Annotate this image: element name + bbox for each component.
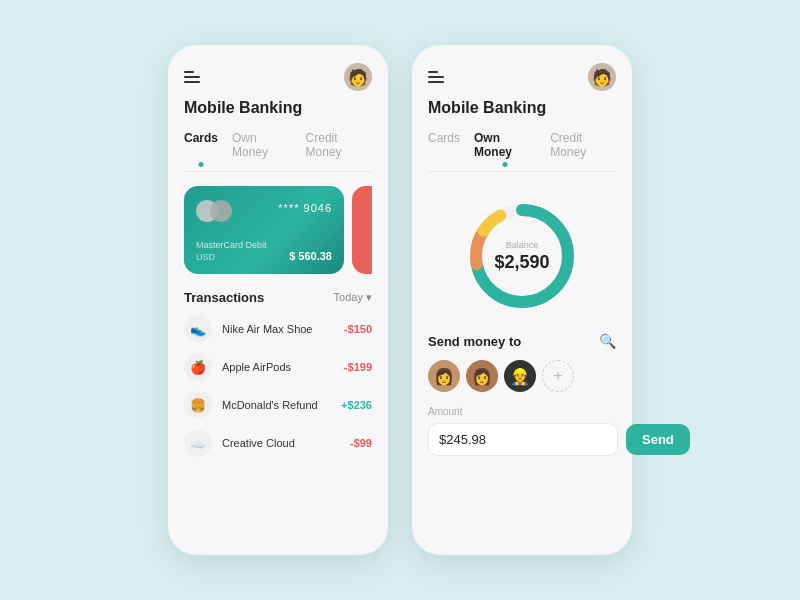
- send-button[interactable]: Send: [626, 424, 690, 455]
- card-circles: [196, 200, 232, 222]
- send-header: Send money to 🔍: [428, 332, 616, 350]
- right-title: Mobile Banking: [428, 99, 616, 117]
- contact-avatar-1[interactable]: 👩: [428, 360, 460, 392]
- tab-own-money-left[interactable]: Own Money: [232, 131, 292, 163]
- txn-name-mcdonalds: McDonald's Refund: [222, 399, 331, 411]
- right-panel: 🧑 Mobile Banking Cards Own Money Credit …: [412, 45, 632, 555]
- send-title: Send money to: [428, 334, 521, 349]
- txn-name-apple: Apple AirPods: [222, 361, 334, 373]
- table-row: 👟 Nike Air Max Shoe -$150: [184, 315, 372, 343]
- tab-own-money-right[interactable]: Own Money: [474, 131, 536, 163]
- amount-label: Amount: [428, 406, 616, 417]
- transactions-header: Transactions Today ▾: [184, 290, 372, 305]
- txn-icon-nike: 👟: [184, 315, 212, 343]
- tab-credit-money-left[interactable]: Credit Money: [306, 131, 372, 163]
- txn-name-nike: Nike Air Max Shoe: [222, 323, 334, 335]
- balance-label: Balance: [494, 240, 549, 250]
- donut-center: Balance $2,590: [494, 240, 549, 273]
- transaction-list: 👟 Nike Air Max Shoe -$150 🍎 Apple AirPod…: [184, 315, 372, 457]
- left-panel: 🧑 Mobile Banking Cards Own Money Credit …: [168, 45, 388, 555]
- txn-amount-apple: -$199: [344, 361, 372, 373]
- txn-name-creative: Creative Cloud: [222, 437, 340, 449]
- transactions-filter[interactable]: Today ▾: [334, 291, 372, 304]
- card-area: **** 9046 MasterCard Debit USD $ 560.38: [184, 186, 372, 274]
- txn-icon-apple: 🍎: [184, 353, 212, 381]
- transactions-title: Transactions: [184, 290, 264, 305]
- card-number: **** 9046: [278, 202, 332, 214]
- card-currency: USD: [196, 252, 267, 262]
- amount-row: Send: [428, 423, 616, 456]
- credit-card: **** 9046 MasterCard Debit USD $ 560.38: [184, 186, 344, 274]
- add-contact-button[interactable]: +: [542, 360, 574, 392]
- txn-amount-nike: -$150: [344, 323, 372, 335]
- txn-amount-creative: -$99: [350, 437, 372, 449]
- donut-chart: Balance $2,590: [428, 196, 616, 316]
- txn-icon-mcdonalds: 🍔: [184, 391, 212, 419]
- avatar-right[interactable]: 🧑: [588, 63, 616, 91]
- table-row: 🍔 McDonald's Refund +$236: [184, 391, 372, 419]
- avatar-left[interactable]: 🧑: [344, 63, 372, 91]
- left-tabs: Cards Own Money Credit Money: [184, 131, 372, 172]
- tab-credit-money-right[interactable]: Credit Money: [550, 131, 616, 163]
- balance-amount: $2,590: [494, 252, 549, 272]
- table-row: 🍎 Apple AirPods -$199: [184, 353, 372, 381]
- card-balance: $ 560.38: [289, 250, 332, 262]
- txn-amount-mcdonalds: +$236: [341, 399, 372, 411]
- card-type: MasterCard Debit: [196, 240, 267, 250]
- search-icon[interactable]: 🔍: [598, 332, 616, 350]
- tab-cards-left[interactable]: Cards: [184, 131, 218, 163]
- table-row: ☁️ Creative Cloud -$99: [184, 429, 372, 457]
- txn-icon-creative: ☁️: [184, 429, 212, 457]
- menu-icon[interactable]: [184, 71, 200, 83]
- contact-avatar-2[interactable]: 👩: [466, 360, 498, 392]
- left-header: 🧑: [184, 63, 372, 91]
- left-title: Mobile Banking: [184, 99, 372, 117]
- right-tabs: Cards Own Money Credit Money: [428, 131, 616, 172]
- card-bottom: MasterCard Debit USD $ 560.38: [196, 240, 332, 262]
- tab-cards-right[interactable]: Cards: [428, 131, 460, 163]
- contact-avatar-3[interactable]: 👷: [504, 360, 536, 392]
- menu-icon-right[interactable]: [428, 71, 444, 83]
- right-header: 🧑: [428, 63, 616, 91]
- contacts-row: 👩 👩 👷 +: [428, 360, 616, 392]
- amount-input[interactable]: [428, 423, 618, 456]
- card-peek: [352, 186, 372, 274]
